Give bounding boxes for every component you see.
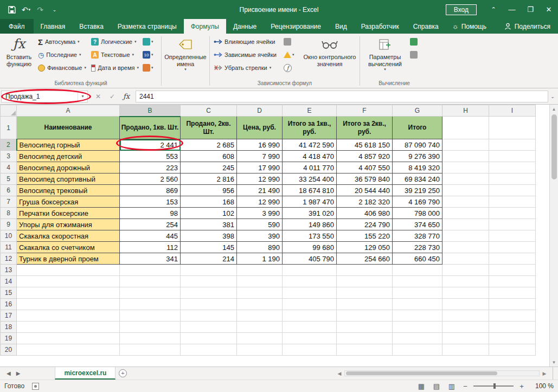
cell-A7[interactable]: Груша боксерская [17, 196, 120, 208]
cell-H19[interactable] [442, 333, 489, 344]
next-sheet-icon[interactable]: ▶ [16, 370, 21, 376]
row-header-7[interactable]: 7 [1, 196, 17, 208]
watch-window-button[interactable]: Окно контрольного значения [302, 35, 358, 80]
insert-function-icon[interactable]: ƒx [119, 91, 133, 102]
cell-H10[interactable] [442, 230, 489, 242]
cell-I1[interactable] [489, 117, 536, 139]
cell-H1[interactable] [442, 117, 489, 139]
row-header-19[interactable]: 19 [1, 333, 17, 344]
cell-D5[interactable]: 12 990 [237, 173, 283, 185]
cell-E20[interactable] [283, 344, 337, 356]
cell-E16[interactable] [283, 299, 337, 310]
cell-E14[interactable] [283, 276, 337, 287]
cell-G5[interactable]: 69 834 240 [393, 173, 442, 185]
close-button[interactable]: ✕ [540, 0, 558, 19]
cell-H7[interactable] [442, 196, 489, 208]
save-icon[interactable] [5, 3, 18, 16]
cell-C18[interactable] [181, 322, 237, 333]
cell-C2[interactable]: 2 685 [181, 139, 237, 151]
zoom-in-icon[interactable]: + [518, 382, 525, 390]
zoom-slider-thumb[interactable] [493, 383, 496, 389]
cell-E19[interactable] [283, 333, 337, 344]
tab-вид[interactable]: Вид [328, 19, 354, 34]
cell-H8[interactable] [442, 208, 489, 219]
cell-F15[interactable] [337, 287, 393, 299]
cell-C1[interactable]: Продано, 2кв. Шт. [181, 117, 237, 139]
page-break-view-icon[interactable]: ▥ [446, 382, 457, 390]
minimize-button[interactable]: — [503, 0, 521, 19]
cell-C15[interactable] [181, 287, 237, 299]
undo-button[interactable]: ↶▾ [20, 3, 33, 16]
cell-D7[interactable]: 12 990 [237, 196, 283, 208]
cell-G3[interactable]: 9 276 390 [393, 151, 442, 162]
cell-A16[interactable] [17, 299, 120, 310]
cell-B2[interactable]: 2 441 [120, 139, 181, 151]
cell-F13[interactable] [337, 265, 393, 276]
cell-I17[interactable] [489, 310, 536, 322]
cell-A8[interactable]: Перчатки боксерские [17, 208, 120, 219]
cell-E13[interactable] [283, 265, 337, 276]
cell-I10[interactable] [489, 230, 536, 242]
cell-D19[interactable] [237, 333, 283, 344]
cell-B4[interactable]: 223 [120, 162, 181, 173]
cell-H16[interactable] [442, 299, 489, 310]
select-all-button[interactable] [1, 105, 17, 117]
cell-C20[interactable] [181, 344, 237, 356]
more-functions-button[interactable]: ▾ [141, 61, 159, 74]
row-header-18[interactable]: 18 [1, 322, 17, 333]
cell-B20[interactable] [120, 344, 181, 356]
cell-D14[interactable] [237, 276, 283, 287]
cell-D15[interactable] [237, 287, 283, 299]
column-header-F[interactable]: F [337, 105, 393, 117]
trace-precedents-button[interactable]: Влияющие ячейки [211, 35, 282, 48]
cell-F10[interactable]: 155 220 [337, 230, 393, 242]
cell-E15[interactable] [283, 287, 337, 299]
cell-H14[interactable] [442, 276, 489, 287]
cell-A12[interactable]: Турник в дверной проем [17, 253, 120, 265]
maximize-button[interactable]: ❐ [521, 0, 540, 19]
cell-A18[interactable] [17, 322, 120, 333]
cell-C4[interactable]: 245 [181, 162, 237, 173]
cell-E6[interactable]: 18 674 810 [283, 185, 337, 196]
cell-C3[interactable]: 608 [181, 151, 237, 162]
scroll-down-icon[interactable]: ▼ [550, 358, 558, 367]
tab-help[interactable]: ☼ Помощь [446, 19, 493, 34]
cell-E10[interactable]: 173 550 [283, 230, 337, 242]
autosum-button[interactable]: ΣАвтосумма▾ [36, 35, 89, 48]
cell-C17[interactable] [181, 310, 237, 322]
cell-H13[interactable] [442, 265, 489, 276]
cell-D13[interactable] [237, 265, 283, 276]
logical-button[interactable]: ?Логические▾ [89, 35, 141, 48]
cell-A10[interactable]: Скакалка скоростная [17, 230, 120, 242]
name-box[interactable]: Продажа_1 ▾ [1, 91, 88, 102]
cell-I8[interactable] [489, 208, 536, 219]
cell-F14[interactable] [337, 276, 393, 287]
cell-G11[interactable]: 228 730 [393, 242, 442, 253]
cell-D1[interactable]: Цена, руб. [237, 117, 283, 139]
cell-A17[interactable] [17, 310, 120, 322]
cell-F7[interactable]: 2 182 320 [337, 196, 393, 208]
financial-button[interactable]: Финансовые▾ [36, 61, 89, 74]
cell-A1[interactable]: Наименование [17, 117, 120, 139]
cell-E18[interactable] [283, 322, 337, 333]
recently-used-button[interactable]: ◷Последние▾ [36, 48, 89, 61]
column-header-D[interactable]: D [237, 105, 283, 117]
cell-G18[interactable] [393, 322, 442, 333]
row-header-11[interactable]: 11 [1, 242, 17, 253]
cell-I18[interactable] [489, 322, 536, 333]
defined-names-button[interactable]: Определенные имена ▾ [163, 35, 208, 80]
evaluate-formula-button[interactable]: ƒ [282, 61, 302, 74]
row-header-15[interactable]: 15 [1, 287, 17, 299]
cell-A4[interactable]: Велосипед дорожный [17, 162, 120, 173]
cell-B15[interactable] [120, 287, 181, 299]
cell-G19[interactable] [393, 333, 442, 344]
row-header-1[interactable]: 1 [1, 117, 17, 139]
cell-A13[interactable] [17, 265, 120, 276]
lookup-reference-button[interactable]: ▾ [141, 35, 159, 48]
cell-B11[interactable]: 112 [120, 242, 181, 253]
cell-D4[interactable]: 17 990 [237, 162, 283, 173]
expand-formula-bar-icon[interactable]: ⌄ [548, 94, 557, 99]
cell-H5[interactable] [442, 173, 489, 185]
calculate-sheet-button[interactable] [408, 48, 427, 61]
cell-I7[interactable] [489, 196, 536, 208]
